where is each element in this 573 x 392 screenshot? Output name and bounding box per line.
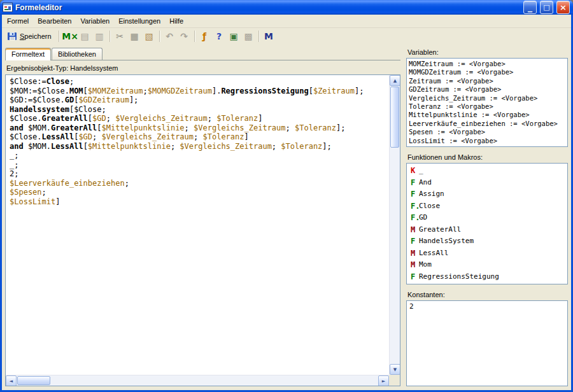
constant-item[interactable]: 2 [409,302,565,311]
scroll-down-button[interactable]: ▼ [390,364,400,375]
insert-variable-button[interactable]: M× [63,29,78,43]
save-button[interactable]: Speichern [4,30,56,43]
function-item[interactable]: MLessAll [408,248,566,260]
variable-item[interactable]: MOMZeitraum := <Vorgabe> [409,60,565,68]
copy-formula-button: ▤ [78,29,92,43]
horizontal-scroll-thumb[interactable] [17,376,50,385]
help-icon: ? [216,32,222,41]
functions-label: Funktionen und Makros: [406,151,568,163]
function-item[interactable]: MGreaterAll [408,224,566,236]
variable-item[interactable]: Vergleichs_Zeitraum := <Vorgabe> [409,94,565,102]
close-icon: × [560,3,567,11]
preview-button[interactable]: ▣ [227,29,241,43]
menu-bearbeiten[interactable]: Bearbeiten [33,15,76,27]
copy-button: ▦ [127,29,142,43]
cut-icon: ✂ [116,32,124,41]
function-label: Mom [419,259,432,271]
function-type-icon: F. [408,200,419,213]
menu-variablen[interactable]: Variablen [76,15,114,27]
function-item[interactable]: FHandelsSystem [408,235,566,248]
constants-label: Konstanten: [406,289,568,300]
function-item[interactable]: FAnd [408,177,566,189]
maximize-button[interactable]: □ [540,1,553,14]
preview-icon: ▣ [229,32,237,41]
variable-item[interactable]: GDZeitraum := <Vorgabe> [409,85,565,94]
tab-strip: Formeltext Bibliotheken [5,46,400,60]
undo-icon: ↶ [166,32,173,41]
arrow-right-icon: ► [382,379,385,384]
minimize-icon: ▁ [528,6,532,12]
variable-item[interactable]: LossLimit := <Vorgabe> [409,137,565,145]
code-line: $Close:=Close; [10,77,388,87]
function-label: RegressionsSteigung [419,271,499,283]
redo-button: ↷ [177,29,192,43]
scroll-left-button[interactable]: ◄ [6,375,17,386]
tab-bibliotheken[interactable]: Bibliotheken [52,48,103,60]
side-panel: Variablen: MOMZeitraum := <Vorgabe>MOMGD… [406,46,568,386]
variable-item[interactable]: MOMGDZeitraum := <Vorgabe> [409,68,565,76]
function-type-icon: F. [408,212,419,224]
print-icon: ▩ [244,32,252,41]
function-item[interactable]: MMom [408,259,566,271]
copy-icon: ▦ [130,32,138,41]
function-item[interactable]: F.GD [408,212,566,224]
function-label: And [419,177,432,189]
code-line: $GD:=$Close.GD[$GDZeitraum]; [10,95,388,105]
variable-item[interactable]: Zeitraum := <Vorgabe> [409,77,565,85]
variable-item[interactable]: Leerverkäufe_einbeziehen := <Vorgabe> [409,120,565,128]
code-line: $MOM:=$Close.MOM[$MOMZeitraum;$MOMGDZeit… [10,87,388,96]
function-item[interactable]: F.Close [408,200,566,213]
minimize-button[interactable]: ▁ [523,1,537,14]
code-line: 2; [10,169,388,179]
result-type-label: Ergebnisobjekt-Typ: Handelssystem [5,60,400,74]
toolbar-icons: M×▤▥✂▦▧↶↷ƒ?▣▩M [63,29,276,43]
cut-button: ✂ [113,29,127,43]
menu-formel[interactable]: Formel [3,15,33,27]
menu-hilfe[interactable]: Hilfe [165,15,188,27]
title-bar[interactable]: Formeleditor ▁ □ × [0,0,573,15]
menu-bar: Formel Bearbeiten Variablen Einstellunge… [2,15,571,27]
code-line: $Leerverkäufe_einbeziehen; [10,179,388,188]
functions-list[interactable]: K_FAndFAssignF.CloseF.GDMGreaterAllFHand… [406,163,568,284]
function-type-icon: F [408,177,419,189]
function-type-icon: K [408,165,419,177]
function-label: GreaterAll [419,224,461,236]
paste-formula-button: ▥ [92,29,107,43]
variable-item[interactable]: Mittelpunktslinie := <Vorgabe> [409,111,565,119]
maximize-icon: □ [543,4,549,11]
makro-manager-button[interactable]: M [262,29,276,43]
vertical-scroll-thumb[interactable] [390,87,399,148]
help-button[interactable]: ? [212,29,227,43]
function-item[interactable]: FRegressionsSteigung [408,271,566,283]
arrow-up-icon: ▲ [393,78,397,83]
check-syntax-button[interactable]: ƒ [197,29,212,43]
code-area[interactable]: $Close:=Close;$MOM:=$Close.MOM[$MOMZeitr… [6,75,389,375]
constants-list[interactable]: 2 [406,300,568,386]
scroll-right-button[interactable]: ► [378,375,389,386]
function-item[interactable]: K_ [408,165,566,177]
menu-einstellungen[interactable]: Einstellungen [114,15,165,27]
function-label: LessAll [419,248,448,260]
tab-formeltext[interactable]: Formeltext [5,48,51,60]
paste-button[interactable]: ▧ [142,29,157,43]
toolbar-separator [59,31,59,42]
function-item[interactable]: FAssign [408,188,566,200]
function-label: Close [419,200,440,213]
close-button[interactable]: × [556,1,570,14]
variable-item[interactable]: Spesen := <Vorgabe> [409,128,565,136]
horizontal-scrollbar[interactable]: ◄ ► [6,375,389,386]
variable-item[interactable]: Toleranz := <Vorgabe> [409,102,565,111]
code-line: $Close.GreaterAll[$GD; $Vergleichs_Zeitr… [10,114,388,123]
content: Formeltext Bibliotheken Ergebnisobjekt-T… [2,45,571,390]
formula-editor: $Close:=Close;$MOM:=$Close.MOM[$MOMZeitr… [5,74,400,386]
app-icon [3,3,13,13]
redo-icon: ↷ [180,32,188,41]
arrow-down-icon: ▼ [393,367,397,372]
vertical-scrollbar[interactable]: ▲ ▼ [389,75,400,375]
app-body: Formel Bearbeiten Variablen Einstellunge… [2,15,571,390]
variables-list[interactable]: MOMZeitraum := <Vorgabe>MOMGDZeitraum :=… [406,58,568,147]
toolbar-separator [159,31,160,42]
scroll-up-button[interactable]: ▲ [390,75,400,86]
scrollbar-corner [389,375,400,386]
window-title: Formeleditor [15,3,520,12]
